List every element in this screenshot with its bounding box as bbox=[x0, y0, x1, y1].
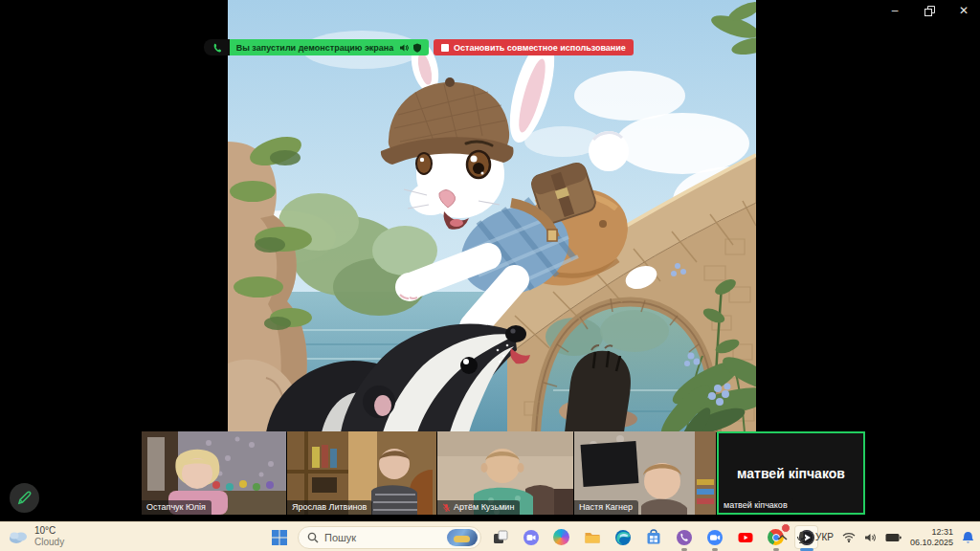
screen-share-banner: Вы запустили демонстрацию экрана Останов… bbox=[204, 39, 634, 55]
search-icon bbox=[307, 532, 319, 543]
copilot-icon bbox=[553, 529, 569, 545]
weather-widget[interactable]: 10°C Cloudy bbox=[8, 525, 64, 548]
folder-icon bbox=[584, 529, 601, 546]
participant-tile[interactable]: Ярослав Литвинов bbox=[287, 431, 436, 515]
participant-name-label: матвей кіпчаков bbox=[719, 498, 793, 513]
share-status: Вы запустили демонстрацию экрана bbox=[230, 39, 429, 55]
participant-name-label: Артём Кузьмин bbox=[437, 500, 520, 515]
search-placeholder: Пошук bbox=[324, 532, 441, 543]
participant-tile[interactable]: Остапчук Юлія bbox=[142, 431, 286, 515]
viber-icon bbox=[676, 529, 693, 546]
participant-filmstrip: Остапчук Юлія Ярослав Литвинов bbox=[142, 431, 866, 515]
phone-button[interactable] bbox=[204, 39, 230, 55]
store-icon bbox=[645, 529, 662, 546]
file-explorer-button[interactable] bbox=[580, 525, 604, 549]
chat-icon bbox=[523, 529, 540, 546]
participant-tile[interactable]: Артём Кузьмин bbox=[437, 431, 573, 515]
cloud-icon bbox=[8, 529, 29, 544]
clock[interactable]: 12:31 06.10.2025 bbox=[910, 527, 953, 548]
share-status-text: Вы запустили демонстрацию экрана bbox=[236, 43, 394, 53]
pencil-icon bbox=[17, 491, 32, 505]
participant-tile[interactable]: Настя Кагнер bbox=[574, 431, 716, 515]
participant-display-name: матвей кіпчаков bbox=[719, 466, 863, 481]
microphone-icon[interactable] bbox=[796, 531, 807, 544]
tray-time: 12:31 bbox=[910, 527, 953, 538]
close-button[interactable]: ✕ bbox=[953, 2, 974, 19]
stop-sharing-label: Остановить совместное использование bbox=[454, 43, 626, 53]
taskbar: 10°C Cloudy Пошук bbox=[0, 521, 980, 551]
volume-icon[interactable] bbox=[864, 532, 877, 543]
notification-bell-icon[interactable] bbox=[962, 531, 974, 544]
edge-icon bbox=[614, 529, 632, 546]
weather-condition: Cloudy bbox=[34, 537, 64, 548]
participant-name-label: Настя Кагнер bbox=[574, 500, 638, 515]
desktop: – ✕ Вы запустили демонстрацию экрана bbox=[0, 0, 980, 551]
copilot-button[interactable] bbox=[549, 525, 573, 549]
start-button[interactable] bbox=[267, 525, 291, 549]
participant-name-label: Ярослав Литвинов bbox=[287, 500, 372, 515]
chat-button[interactable] bbox=[519, 525, 543, 549]
window-controls: – ✕ bbox=[884, 2, 974, 19]
task-view-icon bbox=[492, 529, 509, 546]
shared-screen-content bbox=[228, 0, 756, 432]
edge-button[interactable] bbox=[611, 525, 635, 549]
battery-icon[interactable] bbox=[885, 533, 902, 542]
restore-button[interactable] bbox=[919, 2, 940, 19]
zoom-app-button[interactable] bbox=[702, 525, 726, 549]
stop-icon bbox=[441, 44, 449, 52]
wifi-icon[interactable] bbox=[842, 532, 856, 542]
tray-overflow-chevron[interactable] bbox=[777, 534, 788, 541]
task-view-button[interactable] bbox=[488, 525, 512, 549]
search-highlight-image[interactable] bbox=[447, 529, 478, 546]
mic-muted-icon bbox=[442, 503, 451, 512]
zoom-icon bbox=[706, 529, 724, 546]
audio-icon[interactable] bbox=[399, 43, 409, 53]
storybook-illustration bbox=[228, 0, 756, 432]
minimize-button[interactable]: – bbox=[884, 2, 905, 19]
language-indicator[interactable]: УКР bbox=[815, 532, 834, 542]
stop-sharing-button[interactable]: Остановить совместное использование bbox=[434, 39, 634, 55]
microsoft-store-button[interactable] bbox=[641, 525, 665, 549]
youtube-icon bbox=[737, 529, 754, 546]
viber-button[interactable] bbox=[672, 525, 696, 549]
youtube-button[interactable] bbox=[733, 525, 757, 549]
search-box[interactable]: Пошук bbox=[298, 526, 481, 549]
participant-name-label: Остапчук Юлія bbox=[142, 500, 212, 515]
tray-date: 06.10.2025 bbox=[910, 538, 953, 548]
shield-icon[interactable] bbox=[412, 43, 422, 53]
windows-icon bbox=[271, 529, 288, 546]
weather-temp: 10°C bbox=[34, 525, 64, 537]
participant-tile-active[interactable]: матвей кіпчаков матвей кіпчаков bbox=[717, 431, 865, 515]
annotate-button[interactable] bbox=[10, 483, 39, 513]
phone-icon bbox=[212, 43, 222, 53]
